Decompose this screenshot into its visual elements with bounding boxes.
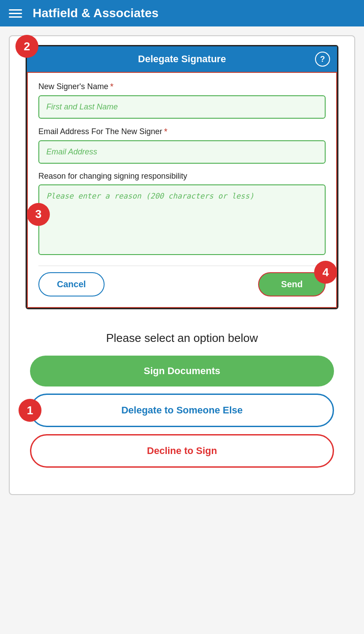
header-bar: Hatfield & Associates bbox=[0, 0, 364, 26]
email-field-group: Email Address For The New Signer * bbox=[38, 127, 326, 164]
help-button[interactable]: ? bbox=[315, 52, 330, 67]
required-star-email: * bbox=[164, 127, 168, 137]
modal-buttons-row: Cancel 4 Send bbox=[38, 266, 326, 296]
main-content: 2 Delegate Signature ? New Signer's Name… bbox=[0, 26, 364, 634]
reason-field-group: 3 Reason for changing signing responsibi… bbox=[38, 172, 326, 257]
cancel-button[interactable]: Cancel bbox=[38, 272, 105, 296]
email-label: Email Address For The New Signer * bbox=[38, 127, 326, 137]
step-badge-4: 4 bbox=[314, 261, 337, 284]
modal-title: Delegate Signature bbox=[138, 53, 226, 65]
delegate-signature-modal: 2 Delegate Signature ? New Signer's Name… bbox=[26, 45, 338, 309]
new-signer-input[interactable] bbox=[38, 95, 326, 119]
hamburger-menu-button[interactable] bbox=[9, 9, 22, 18]
reason-label: Reason for changing signing responsibili… bbox=[38, 172, 326, 181]
new-signer-field-group: New Signer's Name * bbox=[38, 82, 326, 119]
delegate-button[interactable]: Delegate to Someone Else bbox=[30, 394, 334, 427]
modal-header: Delegate Signature ? bbox=[27, 46, 337, 72]
delegate-wrapper: 1 Delegate to Someone Else bbox=[30, 394, 334, 427]
content-box: 2 Delegate Signature ? New Signer's Name… bbox=[9, 35, 355, 495]
email-input[interactable] bbox=[38, 140, 326, 164]
reason-textarea[interactable] bbox=[38, 184, 326, 255]
step-badge-1: 1 bbox=[19, 399, 41, 422]
modal-body: New Signer's Name * Email Address For Th… bbox=[27, 72, 337, 308]
required-star-name: * bbox=[110, 82, 114, 92]
step-badge-2: 2 bbox=[15, 35, 38, 58]
app-title: Hatfield & Associates bbox=[33, 6, 158, 20]
send-wrapper: 4 Send bbox=[258, 272, 326, 296]
select-option-text: Please select an option below bbox=[30, 331, 334, 345]
below-modal-content: Please select an option below Sign Docum… bbox=[26, 323, 338, 481]
step-badge-3: 3 bbox=[27, 203, 50, 226]
decline-button[interactable]: Decline to Sign bbox=[30, 434, 334, 468]
new-signer-label: New Signer's Name * bbox=[38, 82, 326, 92]
sign-documents-button[interactable]: Sign Documents bbox=[30, 356, 334, 386]
